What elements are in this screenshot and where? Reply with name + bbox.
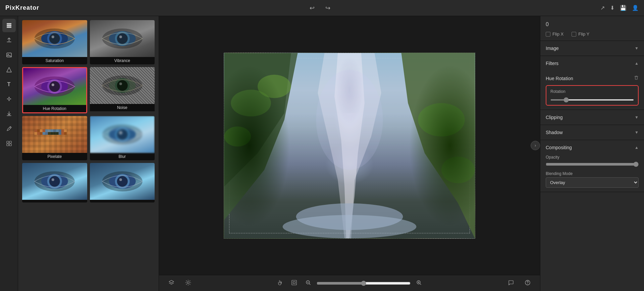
svg-rect-47 (51, 132, 53, 135)
rp-hue-rotation-header: Hue Rotation (546, 71, 639, 84)
rp-flip-row: Flip X Flip Y (546, 32, 639, 37)
svg-rect-0 (7, 23, 11, 24)
rp-filters-section: Filters ▲ Hue Rotation Rotation (540, 56, 644, 110)
filter-label-7 (22, 200, 87, 202)
svg-rect-48 (53, 132, 56, 135)
svg-rect-50 (59, 132, 61, 135)
svg-point-28 (119, 82, 122, 85)
svg-point-74 (296, 203, 403, 230)
flip-y-item[interactable]: Flip Y (572, 32, 589, 37)
fit-view-btn[interactable] (288, 278, 300, 288)
rp-clipping-header[interactable]: Clipping ▼ (540, 110, 644, 125)
sidebar-item-export[interactable] (2, 107, 16, 121)
svg-rect-42 (37, 132, 40, 135)
svg-point-61 (49, 176, 60, 187)
rp-rotation-slider[interactable] (550, 99, 634, 101)
svg-rect-68 (224, 53, 475, 113)
rp-compositing-arrow: ▲ (635, 145, 639, 150)
svg-point-66 (117, 176, 127, 187)
filter-item-vibrance[interactable]: Vibrance (90, 20, 155, 64)
rp-filters-arrow: ▲ (635, 61, 639, 66)
left-sidebar: T (0, 16, 18, 291)
sidebar-item-upload[interactable] (2, 34, 16, 47)
flip-x-checkbox[interactable] (546, 32, 550, 37)
zoom-slider[interactable] (317, 281, 411, 286)
filter-item-noise[interactable]: Noise (90, 67, 155, 113)
svg-point-78 (187, 282, 189, 284)
chat-btn[interactable] (505, 278, 517, 288)
rp-image-section-header[interactable]: Image ▼ (540, 41, 644, 56)
svg-rect-41 (35, 132, 37, 135)
rp-rotation-label: Rotation (550, 89, 634, 94)
svg-rect-34 (48, 129, 51, 132)
svg-rect-38 (59, 129, 61, 132)
sidebar-item-grid[interactable] (2, 137, 16, 150)
svg-point-75 (283, 215, 417, 238)
user-icon[interactable]: 👤 (632, 5, 639, 11)
rp-filters-section-header[interactable]: Filters ▲ (540, 56, 644, 71)
flip-x-item[interactable]: Flip X (546, 32, 564, 37)
help-btn[interactable] (522, 278, 533, 288)
filter-thumb-pixelate (22, 116, 87, 153)
filter-item-blur[interactable]: Blur (90, 116, 155, 160)
canvas-image[interactable] (224, 53, 475, 239)
canvas-viewport[interactable]: › (159, 16, 540, 275)
flip-y-label: Flip Y (578, 32, 589, 37)
flip-y-checkbox[interactable] (572, 32, 576, 37)
sidebar-item-effects[interactable] (2, 93, 16, 106)
zoom-in-btn[interactable] (413, 278, 425, 288)
sidebar-item-images[interactable] (2, 48, 16, 62)
svg-point-83 (527, 284, 528, 284)
collapse-filters-button[interactable]: › (531, 141, 540, 150)
rp-hue-rotation-title: Hue Rotation (546, 76, 573, 81)
rotation-value-input[interactable] (546, 20, 639, 29)
svg-rect-45 (45, 132, 48, 135)
filter-item-saturation[interactable]: Saturation (22, 20, 87, 64)
rp-hue-rotation-delete-btn[interactable] (634, 75, 639, 81)
rp-blending-mode-select[interactable]: Normal Multiply Screen Overlay Darken Li… (546, 177, 639, 188)
svg-rect-37 (56, 129, 59, 132)
sidebar-item-shapes[interactable] (2, 63, 16, 76)
rp-top: Flip X Flip Y (540, 16, 644, 41)
download-icon[interactable]: ⬇ (610, 5, 614, 11)
rp-clipping-title: Clipping (546, 115, 563, 120)
svg-point-70 (224, 126, 251, 147)
rp-clipping-section: Clipping ▼ (540, 110, 644, 125)
filter-item-7[interactable] (22, 163, 87, 202)
svg-point-57 (119, 131, 122, 134)
svg-rect-29 (35, 129, 37, 132)
layers-toolbar-btn[interactable] (166, 278, 177, 288)
settings-toolbar-btn[interactable] (182, 278, 194, 288)
sidebar-item-pen[interactable] (2, 122, 16, 135)
canvas-toolbar (159, 275, 540, 291)
svg-rect-8 (9, 144, 11, 146)
svg-point-71 (258, 74, 291, 98)
rp-opacity-slider[interactable] (546, 162, 639, 167)
rp-compositing-header[interactable]: Compositing ▲ (540, 140, 644, 155)
rp-compositing-section: Compositing ▲ Opacity Blending Mode Norm… (540, 140, 644, 192)
save-icon[interactable]: 💾 (620, 5, 627, 11)
redo-button[interactable]: ↪ (323, 3, 333, 13)
filter-label-hue-rotation: Hue Rotation (23, 105, 86, 112)
zoom-out-btn[interactable] (303, 278, 314, 288)
rp-image-arrow: ▼ (635, 46, 639, 51)
filter-thumb-8 (90, 163, 155, 200)
filter-item-8[interactable] (90, 163, 155, 202)
rp-shadow-header[interactable]: Shadow ▼ (540, 125, 644, 140)
filter-label-vibrance: Vibrance (90, 57, 155, 64)
hand-tool-btn[interactable] (274, 278, 286, 288)
svg-rect-33 (45, 129, 48, 132)
sidebar-item-text[interactable]: T (2, 78, 16, 91)
filter-thumb-7 (22, 163, 87, 200)
filter-item-hue-rotation[interactable]: Hue Rotation (22, 67, 87, 113)
filter-label-blur: Blur (90, 153, 155, 160)
svg-point-56 (117, 129, 127, 140)
rp-blending-label: Blending Mode (546, 171, 639, 176)
sidebar-item-layers[interactable] (2, 19, 16, 32)
filter-thumb-hue-rotation (23, 68, 86, 105)
rp-compositing-title: Compositing (546, 145, 572, 150)
undo-button[interactable]: ↩ (307, 3, 317, 13)
share-icon[interactable]: ↗ (600, 5, 605, 11)
svg-point-67 (119, 178, 122, 181)
filter-item-pixelate[interactable]: Pixelate (22, 116, 87, 160)
